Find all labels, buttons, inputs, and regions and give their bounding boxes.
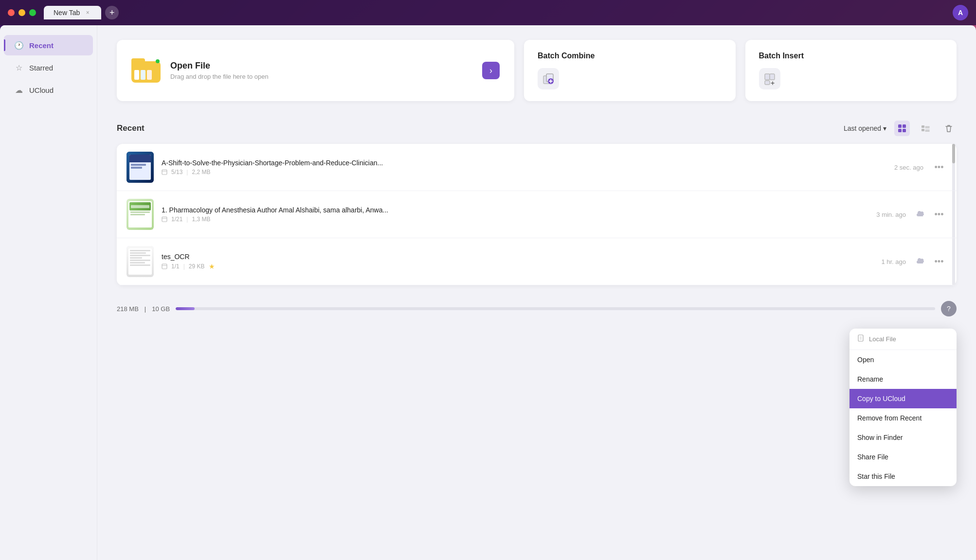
sort-label: Last opened [844,124,881,132]
used-storage: 218 MB [117,305,139,313]
batch-insert-title: Batch Insert [759,52,804,60]
file-size: 1,3 MB [192,216,210,223]
file-meta: 1/1 | 29 KB ★ [162,262,881,270]
chevron-down-icon: ▾ [883,124,886,132]
svg-rect-15 [922,129,924,131]
cloud-sync-icon [914,255,927,268]
help-button[interactable]: ? [941,301,957,316]
list-view-button[interactable] [918,121,933,136]
recent-header: Recent Last opened ▾ [117,121,957,136]
grid-view-button[interactable] [894,121,910,136]
total-storage: 10 GB [152,305,170,313]
svg-rect-6 [770,74,775,80]
open-file-text: Open File Drag and drop the file here to… [170,61,269,80]
open-file-title: Open File [170,61,269,71]
storage-separator: | [145,305,146,313]
ctx-star-this-file[interactable]: Star this File [849,467,957,486]
svg-rect-24 [162,264,167,269]
svg-rect-20 [162,170,167,175]
maximize-button[interactable] [29,9,36,16]
delete-button[interactable] [941,121,957,136]
open-file-arrow[interactable]: › [482,62,500,79]
batch-combine-icon [538,68,559,89]
svg-rect-5 [765,74,770,80]
tab-close-icon[interactable]: × [84,9,91,17]
open-file-subtitle: Drag and drop the file here to open [170,73,269,80]
file-time: 1 hr. ago [881,258,906,265]
file-thumbnail [127,199,154,230]
tab-new-tab[interactable]: New Tab × [44,6,101,19]
file-more-button[interactable]: ••• [931,159,947,175]
file-meta: 5/13 | 2,2 MB [162,169,894,175]
sidebar-item-recent[interactable]: 🕐 Recent [4,35,93,55]
file-thumbnail [127,246,154,277]
file-time: 2 sec. ago [894,164,923,171]
file-pages: 1/1 [171,263,180,270]
close-button[interactable] [8,9,15,16]
avatar[interactable]: A [953,5,968,20]
titlebar: New Tab × + A [0,0,976,25]
batch-insert-icon [759,68,780,89]
clock-icon: 🕐 [14,40,24,51]
minimize-button[interactable] [18,9,25,16]
app-body: 🕐 Recent ☆ Starred ☁ UCloud [0,25,976,560]
storage-bar-fill [176,307,195,310]
file-row[interactable]: tes_OCR 1/1 | 29 KB ★ 1 hr. ago ••• [117,238,957,285]
file-size: 29 KB [189,263,205,270]
svg-rect-10 [898,124,902,128]
file-info: A-Shift-to-Solve-the-Physician-Shortage-… [162,159,894,175]
tab-bar: New Tab × + [44,6,953,19]
file-name: tes_OCR [162,253,881,261]
storage-bar [176,307,935,310]
sidebar: 🕐 Recent ☆ Starred ☁ UCloud [0,25,97,560]
file-name: 1. Pharmacology of Anesthesia Author Ama… [162,206,876,214]
ctx-copy-to-ucloud[interactable]: Copy to UCloud [849,389,957,408]
file-row[interactable]: A-Shift-to-Solve-the-Physician-Shortage-… [117,144,957,191]
local-file-icon [857,334,865,344]
file-more-button[interactable]: ••• [931,254,947,269]
file-more-button[interactable]: ••• [931,207,947,222]
ctx-open[interactable]: Open [849,350,957,369]
svg-rect-11 [903,124,906,128]
ctx-share-file[interactable]: Share File [849,447,957,467]
context-menu-header: Local File [849,329,957,350]
ctx-show-in-finder[interactable]: Show in Finder [849,428,957,447]
quick-actions: Open File Drag and drop the file here to… [117,40,957,101]
file-list: A-Shift-to-Solve-the-Physician-Shortage-… [117,144,957,285]
sidebar-item-ucloud[interactable]: ☁ UCloud [4,80,93,100]
sidebar-item-starred-label: Starred [29,64,53,72]
file-info: 1. Pharmacology of Anesthesia Author Ama… [162,206,876,223]
file-info: tes_OCR 1/1 | 29 KB ★ [162,253,881,270]
open-file-card[interactable]: Open File Drag and drop the file here to… [117,40,514,101]
star-outline-icon: ☆ [14,62,24,73]
ctx-remove-from-recent[interactable]: Remove from Recent [849,408,957,428]
context-menu-header-label: Local File [869,335,896,343]
context-menu: Local File Open Rename Copy to UCloud Re… [849,329,957,486]
sidebar-item-starred[interactable]: ☆ Starred [4,57,93,78]
recent-controls: Last opened ▾ [844,121,957,136]
starred-icon: ★ [209,262,215,270]
svg-rect-13 [903,129,906,132]
file-row[interactable]: 1. Pharmacology of Anesthesia Author Ama… [117,191,957,238]
batch-combine-card[interactable]: Batch Combine [524,40,736,101]
svg-rect-12 [898,129,902,132]
sidebar-item-recent-label: Recent [29,41,54,50]
main-area: Open File Drag and drop the file here to… [97,25,976,560]
traffic-lights [8,9,36,16]
svg-rect-14 [922,125,924,128]
ctx-rename[interactable]: Rename [849,369,957,389]
tab-label: New Tab [54,9,80,17]
new-tab-button[interactable]: + [105,6,119,19]
file-name: A-Shift-to-Solve-the-Physician-Shortage-… [162,159,894,167]
file-meta: 1/21 | 1,3 MB [162,216,876,223]
recent-title: Recent [117,123,145,133]
file-pages: 5/13 [171,169,182,175]
file-time: 3 min. ago [876,211,906,218]
sort-dropdown[interactable]: Last opened ▾ [844,124,886,132]
sidebar-item-ucloud-label: UCloud [29,86,54,94]
file-thumbnail [127,152,154,183]
batch-combine-title: Batch Combine [538,52,595,60]
batch-insert-card[interactable]: Batch Insert [745,40,957,101]
file-pages: 1/21 [171,216,182,223]
bottom-bar: 218 MB | 10 GB ? [117,295,957,322]
